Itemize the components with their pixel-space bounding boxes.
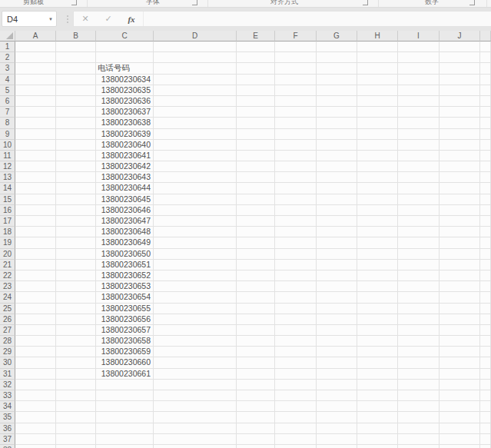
cell-G19[interactable] — [317, 237, 357, 248]
cell-F23[interactable] — [275, 281, 317, 292]
cell-G24[interactable] — [317, 292, 357, 303]
cell-I4[interactable] — [398, 75, 440, 85]
cell-F3[interactable] — [275, 63, 317, 74]
cell-B5[interactable] — [56, 85, 96, 96]
dialog-launcher-icon[interactable] — [71, 0, 77, 5]
cell-B19[interactable] — [56, 237, 96, 248]
row-header-37[interactable]: 37 — [0, 434, 15, 445]
cell-A28[interactable] — [15, 336, 56, 347]
cell-D33[interactable] — [154, 390, 237, 401]
cell-D36[interactable] — [154, 423, 237, 434]
row-header-10[interactable]: 10 — [0, 140, 15, 151]
cell-E31[interactable] — [237, 369, 275, 380]
cell-I1[interactable] — [398, 41, 440, 52]
cell-J22[interactable] — [440, 270, 480, 281]
cell-B11[interactable] — [56, 151, 96, 161]
column-header-F[interactable]: F — [275, 31, 317, 41]
cell-I22[interactable] — [398, 270, 440, 281]
column-header-J[interactable]: J — [440, 31, 480, 41]
cell-A3[interactable] — [15, 63, 56, 74]
cell-A1[interactable] — [15, 41, 56, 52]
cell-G10[interactable] — [317, 140, 357, 151]
cell-partial[interactable] — [480, 172, 491, 183]
column-header-B[interactable]: B — [56, 31, 96, 41]
cell-I10[interactable] — [398, 140, 440, 151]
cell-B2[interactable] — [56, 52, 96, 63]
cell-D27[interactable] — [154, 325, 237, 336]
cell-partial[interactable] — [480, 380, 491, 390]
cell-G20[interactable] — [317, 249, 357, 260]
cell-E16[interactable] — [237, 205, 275, 216]
cell-A9[interactable] — [15, 129, 56, 140]
cell-B25[interactable] — [56, 304, 96, 314]
cell-E19[interactable] — [237, 237, 275, 248]
cell-C22[interactable]: 13800230652 — [96, 270, 154, 281]
cell-I32[interactable] — [398, 380, 440, 390]
cell-I16[interactable] — [398, 205, 440, 216]
cell-C30[interactable]: 13800230660 — [96, 357, 154, 368]
cell-J1[interactable] — [440, 41, 480, 52]
row-header-11[interactable]: 11 — [0, 151, 15, 161]
cell-G16[interactable] — [317, 205, 357, 216]
cell-I17[interactable] — [398, 216, 440, 227]
cell-H25[interactable] — [357, 304, 398, 314]
cell-I3[interactable] — [398, 63, 440, 74]
cell-F18[interactable] — [275, 227, 317, 237]
cell-partial[interactable] — [480, 140, 491, 151]
formula-bar-grip[interactable] — [65, 12, 71, 26]
cell-G17[interactable] — [317, 216, 357, 227]
cell-H1[interactable] — [357, 41, 398, 52]
cell-G34[interactable] — [317, 401, 357, 412]
cell-G12[interactable] — [317, 161, 357, 172]
cell-E27[interactable] — [237, 325, 275, 336]
row-header-25[interactable]: 25 — [0, 304, 15, 314]
cell-B14[interactable] — [56, 183, 96, 194]
cell-J34[interactable] — [440, 401, 480, 412]
cell-B10[interactable] — [56, 140, 96, 151]
cell-C2[interactable] — [96, 52, 154, 63]
cell-partial[interactable] — [480, 314, 491, 325]
cell-A38[interactable] — [15, 445, 56, 448]
cell-E30[interactable] — [237, 357, 275, 368]
cell-E38[interactable] — [237, 445, 275, 448]
cell-D16[interactable] — [154, 205, 237, 216]
cell-B23[interactable] — [56, 281, 96, 292]
cell-D23[interactable] — [154, 281, 237, 292]
cell-A16[interactable] — [15, 205, 56, 216]
cell-H14[interactable] — [357, 183, 398, 194]
cell-G5[interactable] — [317, 85, 357, 96]
cell-C27[interactable]: 13800230657 — [96, 325, 154, 336]
row-header-2[interactable]: 2 — [0, 52, 15, 63]
cell-C33[interactable] — [96, 390, 154, 401]
cell-H8[interactable] — [357, 118, 398, 128]
row-header-15[interactable]: 15 — [0, 194, 15, 205]
cell-H2[interactable] — [357, 52, 398, 63]
cell-E22[interactable] — [237, 270, 275, 281]
cell-C17[interactable]: 13800230647 — [96, 216, 154, 227]
cell-B9[interactable] — [56, 129, 96, 140]
cell-H34[interactable] — [357, 401, 398, 412]
cell-E12[interactable] — [237, 161, 275, 172]
cell-C25[interactable]: 13800230655 — [96, 304, 154, 314]
cell-H20[interactable] — [357, 249, 398, 260]
cell-G25[interactable] — [317, 304, 357, 314]
cell-I20[interactable] — [398, 249, 440, 260]
cell-A24[interactable] — [15, 292, 56, 303]
dialog-launcher-icon[interactable] — [192, 0, 197, 5]
cell-H15[interactable] — [357, 194, 398, 205]
cell-E1[interactable] — [237, 41, 275, 52]
cell-C37[interactable] — [96, 434, 154, 445]
cell-B16[interactable] — [56, 205, 96, 216]
cell-I28[interactable] — [398, 336, 440, 347]
cell-I37[interactable] — [398, 434, 440, 445]
cell-I25[interactable] — [398, 304, 440, 314]
cell-J13[interactable] — [440, 172, 480, 183]
cell-J16[interactable] — [440, 205, 480, 216]
cell-G21[interactable] — [317, 260, 357, 270]
cell-G13[interactable] — [317, 172, 357, 183]
cell-E9[interactable] — [237, 129, 275, 140]
cell-B6[interactable] — [56, 96, 96, 107]
cell-C32[interactable] — [96, 380, 154, 390]
row-header-22[interactable]: 22 — [0, 270, 15, 281]
cell-H30[interactable] — [357, 357, 398, 368]
